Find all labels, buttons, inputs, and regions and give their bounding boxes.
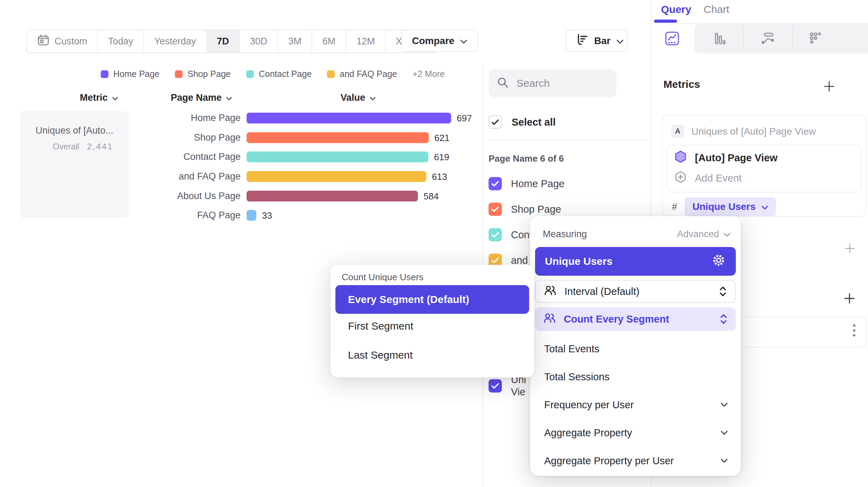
chevron-down-icon: [723, 229, 731, 240]
bar-value-label: 613: [432, 171, 447, 182]
item-checkbox[interactable]: [489, 203, 502, 216]
option-label: Aggregate Property per User: [544, 455, 674, 467]
bar-value-label: 697: [457, 113, 472, 124]
metric-card: A Uniques of [Auto] Page View [Auto] Pag…: [662, 115, 867, 217]
range-button-today[interactable]: Today: [98, 30, 144, 52]
people-icon: [543, 313, 555, 326]
kebab-menu-icon[interactable]: [853, 324, 855, 337]
range-label: 6M: [322, 36, 336, 47]
advanced-toggle[interactable]: Advanced: [677, 229, 731, 240]
list-divider: [489, 140, 647, 141]
insights-chart-tab-icon[interactable]: [664, 31, 680, 48]
legend-swatch: [327, 70, 335, 78]
legend-item[interactable]: Home Page: [101, 69, 159, 79]
overall-label: Overall: [53, 142, 79, 151]
tab-chart[interactable]: Chart: [704, 3, 729, 15]
event-row[interactable]: [Auto] Page View: [675, 150, 777, 165]
item-checkbox[interactable]: [489, 177, 502, 190]
search-input[interactable]: [516, 77, 608, 90]
stepper-icon: [719, 286, 727, 297]
range-button-30d[interactable]: 30D: [240, 30, 278, 52]
legend-item[interactable]: and FAQ Page: [327, 69, 397, 79]
option-label: Frequency per User: [544, 399, 634, 411]
menu-option-unique-users-selected[interactable]: Unique Users: [535, 247, 736, 276]
event-label: [Auto] Page View: [695, 152, 777, 164]
item-checkbox[interactable]: [489, 379, 502, 393]
menu-option-count-every-segment[interactable]: Count Every Segment: [535, 307, 736, 331]
add-event-label: Add Event: [695, 172, 742, 184]
search-box[interactable]: [489, 69, 617, 97]
legend-more-label[interactable]: +2 More: [412, 69, 444, 79]
metric-summary-card[interactable]: Uniques of [Auto... Overall 2,441: [20, 111, 129, 218]
add-breakdown-icon[interactable]: [843, 292, 856, 306]
selected-option-label: Unique Users: [545, 255, 612, 267]
item-label: Shop Page: [511, 203, 561, 216]
menu-option-first-segment[interactable]: First Segment: [348, 320, 413, 332]
range-button-custom[interactable]: Custom: [27, 30, 98, 52]
list-item-home-page[interactable]: Home Page: [489, 177, 564, 190]
add-metric-icon[interactable]: [823, 80, 836, 94]
legend-item[interactable]: Shop Page: [175, 69, 231, 79]
bar-segment[interactable]: [247, 210, 256, 221]
flow-chart-tab-icon[interactable]: [761, 31, 775, 47]
metrics-section-title: Metrics: [663, 78, 700, 90]
gear-icon[interactable]: [711, 253, 726, 270]
bar-value-label: 619: [434, 152, 449, 163]
chevron-down-icon: [720, 430, 728, 435]
column-header-value[interactable]: Value: [341, 92, 376, 103]
strip-separator: [792, 27, 793, 51]
chart-type-select[interactable]: Bar: [565, 30, 628, 52]
select-all-label: Select all: [512, 117, 556, 128]
select-all-row[interactable]: Select all: [489, 115, 556, 129]
menu-option-aggregate-property[interactable]: Aggregate Property: [535, 425, 736, 440]
menu-option-total-events[interactable]: Total Events: [535, 341, 736, 357]
range-button-6m[interactable]: 6M: [312, 30, 347, 52]
list-item-shop-page[interactable]: Shop Page: [489, 203, 561, 216]
legend-label: Contact Page: [259, 69, 312, 79]
compare-button[interactable]: Compare: [401, 30, 478, 52]
add-event-row[interactable]: Add Event: [675, 171, 742, 186]
chart-legend: Home PageShop PageContact Pageand FAQ Pa…: [101, 69, 445, 79]
chevron-down-icon: [112, 92, 118, 103]
add-filter-icon[interactable]: [844, 242, 856, 256]
selected-option-label: Every Segment (Default): [348, 294, 469, 305]
legend-label: Home Page: [113, 69, 159, 79]
measurement-row: # Unique Users: [672, 197, 776, 216]
menu-option-every-segment-selected[interactable]: Every Segment (Default): [335, 285, 529, 314]
chevron-down-icon: [460, 35, 468, 47]
range-button-3m[interactable]: 3M: [278, 30, 312, 52]
metric-summary-title: Uniques of [Auto...: [20, 125, 113, 136]
item-checkbox[interactable]: [489, 228, 502, 241]
bar-value-label: 621: [434, 133, 449, 143]
bar-segment[interactable]: [247, 132, 429, 143]
bar-category-label: Home Page: [129, 113, 241, 123]
retention-dots-tab-icon[interactable]: [809, 31, 823, 47]
measurement-label: Unique Users: [692, 201, 756, 212]
bar-chart-tab-icon[interactable]: [713, 31, 727, 47]
active-tab-underline: [654, 20, 677, 23]
bar-segment[interactable]: [247, 151, 428, 162]
menu-option-aggregate-property-per-user[interactable]: Aggregate Property per User: [535, 453, 736, 468]
range-button-12m[interactable]: 12M: [346, 30, 386, 52]
bar-segment[interactable]: [247, 191, 418, 202]
range-button-7d[interactable]: 7D: [207, 30, 240, 52]
menu-option-last-segment[interactable]: Last Segment: [348, 349, 413, 361]
column-header-metric[interactable]: Metric: [80, 92, 118, 103]
range-button-yesterday[interactable]: Yesterday: [144, 30, 207, 52]
bar-segment[interactable]: [247, 113, 451, 123]
event-hexagon-icon: [675, 150, 686, 165]
range-label: 3M: [288, 36, 301, 47]
column-header-page-name[interactable]: Page Name: [171, 92, 232, 103]
menu-option-total-sessions[interactable]: Total Sessions: [535, 369, 736, 384]
option-label: Total Events: [544, 343, 599, 355]
menu-option-interval-default-[interactable]: Interval (Default): [535, 280, 736, 303]
legend-swatch: [175, 70, 183, 78]
stepper-icon: [720, 314, 727, 324]
select-all-checkbox[interactable]: [489, 115, 502, 129]
menu-option-frequency-per-user[interactable]: Frequency per User: [535, 397, 736, 412]
bar-segment[interactable]: [247, 171, 426, 182]
bar-category-label: About Us Page: [129, 191, 241, 202]
legend-item[interactable]: Contact Page: [246, 69, 312, 79]
measurement-dropdown[interactable]: Unique Users: [685, 197, 776, 216]
tab-query[interactable]: Query: [661, 3, 691, 15]
